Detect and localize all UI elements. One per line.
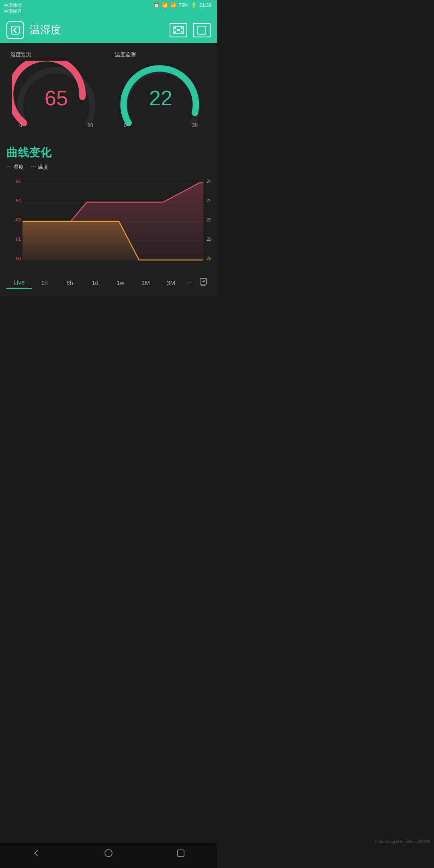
humidity-legend-icon: 〰 — [6, 164, 11, 170]
tab-1d[interactable]: 1d — [82, 277, 108, 289]
export-button[interactable] — [196, 275, 211, 290]
film-button[interactable] — [170, 23, 187, 37]
carrier1: 中国移动 — [4, 2, 22, 8]
humidity-legend-label: 湿度 — [13, 164, 24, 171]
tab-3M[interactable]: 3M — [158, 277, 184, 289]
chart-svg: 65 64 -63 61 60 24.0- 23.5 23.0 22.5 22.… — [6, 175, 211, 271]
svg-rect-3 — [174, 31, 176, 33]
temperature-gauge: 温度监测 22 0 30 — [108, 51, 213, 133]
battery-level: 75% — [179, 2, 188, 8]
svg-text:22.5: 22.5 — [207, 237, 211, 242]
carrier-info: 中国移动 中国联通 — [4, 2, 22, 15]
svg-text:64: 64 — [16, 198, 21, 203]
signal-icon: 📶 — [170, 2, 176, 8]
svg-rect-0 — [11, 26, 19, 34]
status-right: ⏰ 📶 📶 75% 🔋 21:39 — [154, 2, 211, 8]
svg-text:60: 60 — [16, 256, 21, 261]
tab-1M[interactable]: 1M — [133, 277, 158, 289]
svg-text:-63: -63 — [14, 217, 21, 222]
chart-section: 曲线变化 〰 湿度 〰 温度 65 64 — [0, 137, 217, 296]
screen-icon — [197, 25, 207, 35]
humidity-wrapper: 65 0 80 — [12, 61, 100, 133]
temperature-legend-icon: 〰 — [31, 164, 36, 170]
svg-text:23.5: 23.5 — [207, 198, 211, 203]
app-header: 温湿度 — [0, 17, 217, 43]
svg-rect-5 — [181, 31, 182, 33]
temperature-wrapper: 22 0 30 — [117, 61, 205, 133]
back-button[interactable] — [6, 21, 24, 39]
tab-1h[interactable]: 1h — [32, 277, 57, 289]
wifi-icon: 📶 — [162, 2, 168, 8]
humidity-max: 80 — [88, 122, 93, 128]
time: 21:39 — [199, 2, 211, 8]
chart-title: 曲线变化 — [6, 145, 211, 160]
gauges-section: 湿度监测 65 0 80 温度监测 22 0 30 — [0, 43, 217, 137]
temperature-legend-label: 温度 — [38, 164, 48, 171]
chart-canvas: 65 64 -63 61 60 24.0- 23.5 23.0 22.5 22.… — [6, 175, 211, 271]
tab-live[interactable]: Live — [6, 276, 32, 289]
svg-text:22.0-: 22.0- — [207, 256, 211, 261]
status-bar: 中国移动 中国联通 ⏰ 📶 📶 75% 🔋 21:39 — [0, 0, 217, 17]
tab-6h[interactable]: 6h — [57, 277, 82, 289]
page-title: 温湿度 — [30, 23, 164, 37]
temperature-max: 30 — [192, 122, 198, 128]
svg-text:61: 61 — [16, 237, 21, 242]
film-icon — [173, 26, 184, 34]
svg-rect-6 — [177, 29, 180, 31]
chart-legend: 〰 湿度 〰 温度 — [6, 164, 211, 171]
carrier2: 中国联通 — [4, 8, 22, 14]
temperature-min: 0 — [124, 122, 127, 128]
humidity-min: 0 — [19, 122, 22, 128]
time-tabs: Live 1h 6h 1d 1w 1M 3M ··· — [6, 271, 211, 296]
svg-rect-4 — [181, 27, 182, 29]
humidity-value: 65 — [45, 86, 68, 110]
humidity-legend: 〰 湿度 — [6, 164, 24, 171]
battery-icon: 🔋 — [191, 2, 197, 8]
back-icon — [11, 26, 20, 35]
tab-1w[interactable]: 1w — [108, 277, 133, 289]
humidity-gauge: 湿度监测 65 0 80 — [4, 51, 108, 133]
temperature-legend: 〰 温度 — [31, 164, 48, 171]
export-icon — [199, 278, 207, 286]
screen-button[interactable] — [193, 23, 211, 37]
svg-text:24.0-: 24.0- — [207, 179, 211, 184]
temperature-value: 22 — [149, 86, 172, 110]
svg-rect-7 — [198, 26, 206, 34]
svg-rect-2 — [174, 27, 176, 29]
more-button[interactable]: ··· — [184, 276, 196, 289]
svg-text:65: 65 — [16, 179, 21, 184]
svg-text:23.0: 23.0 — [207, 217, 211, 222]
humidity-label: 湿度监测 — [10, 51, 31, 58]
alarm-icon: ⏰ — [154, 2, 160, 8]
temperature-label: 温度监测 — [115, 51, 136, 58]
